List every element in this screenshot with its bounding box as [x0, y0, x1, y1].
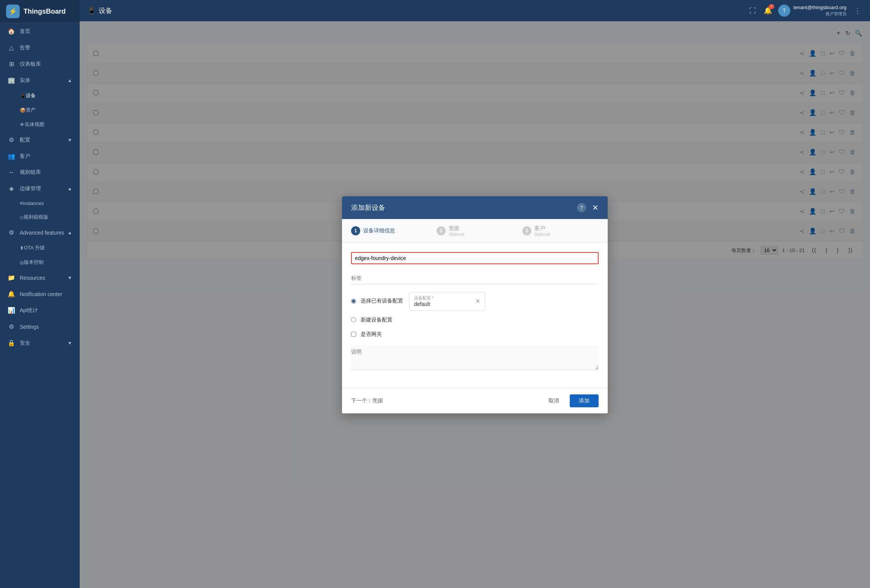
close-dialog-button[interactable]: ✕: [592, 203, 599, 212]
entity-icon: 🏢: [8, 77, 15, 84]
api-stats-icon: 📊: [8, 307, 15, 314]
devices-icon: 📱: [20, 93, 26, 99]
step-1-label: 设备详细信息: [363, 227, 395, 234]
sidebar-item-label: 配置: [20, 137, 30, 143]
sidebar-item-label: 规则链模版: [24, 214, 48, 221]
add-button[interactable]: 添加: [570, 394, 599, 407]
sidebar-item-label: 安全: [20, 340, 30, 347]
step-2-number: 2: [437, 226, 446, 235]
radio-new-input[interactable]: [351, 317, 356, 322]
user-menu[interactable]: T tenant@thingsboard.org 租户管理员: [778, 5, 846, 17]
sidebar-item-settings[interactable]: ⚙ Settings: [0, 318, 80, 335]
more-options-button[interactable]: ⋮: [853, 5, 862, 16]
sidebar-item-dashboard[interactable]: ⊞ 仪表板库: [0, 56, 80, 72]
sidebar-item-config[interactable]: ⚙ 配置 ▼: [0, 132, 80, 148]
sidebar-item-label: Api统计: [20, 307, 38, 314]
sidebar-item-devices[interactable]: 📱 设备: [0, 88, 80, 103]
device-profile-info: 设备配置 * default: [414, 295, 433, 307]
chevron-down-icon: ▼: [68, 137, 72, 143]
sidebar-item-label: Instances: [23, 200, 44, 206]
clear-profile-button[interactable]: ✕: [475, 298, 480, 305]
cancel-button[interactable]: 取消: [542, 394, 565, 407]
radio-new-label[interactable]: 新建设备配置: [361, 317, 392, 323]
page-title: 📱 设备: [87, 6, 112, 15]
sidebar-item-edge-mgmt[interactable]: ◈ 边缘管理 ▲: [0, 180, 80, 197]
next-label: 下一个：凭据: [351, 397, 383, 404]
dialog-footer-right: 取消 添加: [542, 394, 599, 407]
config-icon: ⚙: [8, 136, 15, 143]
radio-existing-label[interactable]: 选择已有设备配置: [361, 298, 403, 304]
sidebar-item-api-stats[interactable]: 📊 Api统计: [0, 302, 80, 318]
sidebar-item-label: 设备: [26, 92, 36, 99]
sidebar-item-label: 仪表板库: [20, 61, 41, 68]
sidebar-item-label: Settings: [20, 324, 39, 330]
sidebar-item-label: 告警: [20, 44, 30, 51]
radio-new: 新建设备配置: [351, 317, 599, 323]
sidebar-item-label: Advanced features: [20, 230, 64, 236]
sidebar-item-rule-chain-templates[interactable]: ◇ 规则链模版: [0, 210, 80, 224]
notification-bell[interactable]: 🔔 7: [764, 6, 772, 15]
sidebar-item-version-control[interactable]: ◎ 版本控制: [0, 255, 80, 270]
gateway-label[interactable]: 是否网关: [361, 331, 382, 338]
gateway-checkbox[interactable]: [351, 332, 356, 337]
ota-icon: ⬆: [20, 245, 24, 251]
sidebar-item-label: 实体视图: [25, 121, 44, 128]
logo-text: ThingsBoard: [24, 8, 66, 16]
dialog-footer: 下一个：凭据 取消 添加: [342, 388, 608, 413]
advanced-icon: ⚙: [8, 229, 15, 236]
device-profile-label: 设备配置 *: [414, 295, 433, 301]
sidebar-item-label: 边缘管理: [20, 185, 41, 192]
chevron-up-icon: ▲: [68, 186, 72, 191]
sidebar-item-assets[interactable]: 📦 资产: [0, 103, 80, 117]
sidebar-item-advanced-features[interactable]: ⚙ Advanced features ▲: [0, 224, 80, 241]
sidebar-item-notification[interactable]: 🔔 Notification center: [0, 286, 80, 302]
rule-chains-icon: ↔: [8, 169, 15, 176]
topbar: 📱 设备 ⛶ 🔔 7 T tenant@thingsboard.org 租户管理…: [80, 0, 870, 21]
radio-existing: 选择已有设备配置: [351, 298, 403, 304]
step-3-sublabel: Optional: [534, 232, 550, 236]
description-field: [351, 345, 599, 371]
step-1-info: 设备详细信息: [363, 227, 395, 234]
help-button[interactable]: ?: [577, 203, 586, 212]
device-name-input[interactable]: [351, 252, 599, 264]
avatar: T: [778, 5, 790, 17]
sidebar-item-entity[interactable]: 🏢 实体 ▲: [0, 72, 80, 88]
sidebar-item-ota[interactable]: ⬆ OTA 升级: [0, 241, 80, 255]
customers-icon: 👥: [8, 153, 15, 160]
sidebar-item-instances[interactable]: ≡ Instances: [0, 197, 80, 210]
description-input[interactable]: [351, 345, 599, 370]
page-icon: 📱: [87, 6, 96, 15]
sidebar-item-resources[interactable]: 📁 Resources ▼: [0, 270, 80, 286]
sidebar-item-label: OTA 升级: [24, 244, 45, 251]
main-area: 📱 设备 ⛶ 🔔 7 T tenant@thingsboard.org 租户管理…: [80, 0, 870, 588]
nav-section: 🏠 首页 △ 告警 ⊞ 仪表板库 🏢 实体 ▲ 📱 设备 📦 资产 👁 实体视图: [0, 23, 80, 351]
next-step-hint: 下一个：凭据: [351, 397, 383, 404]
gateway-option: 是否网关: [351, 331, 599, 338]
step-3-number: 3: [522, 226, 531, 235]
sidebar-item-label: Resources: [20, 275, 45, 281]
sidebar-item-label: 实体: [20, 77, 30, 84]
dialog-title: 添加新设备: [351, 203, 385, 212]
sidebar-item-customers[interactable]: 👥 客户: [0, 148, 80, 164]
notification-count: 7: [769, 4, 775, 9]
step-2: 2 凭据 Optional: [437, 225, 513, 236]
alert-icon: △: [8, 44, 15, 51]
sidebar-item-home[interactable]: 🏠 首页: [0, 23, 80, 39]
device-profile-value: default: [414, 301, 430, 307]
chevron-up-icon: ▲: [68, 230, 72, 235]
sidebar-item-label: Notification center: [20, 291, 62, 297]
sidebar-item-alerts[interactable]: △ 告警: [0, 39, 80, 56]
device-tags-input[interactable]: [351, 272, 599, 284]
radio-existing-input[interactable]: [351, 299, 356, 304]
resources-icon: 📁: [8, 274, 15, 281]
name-field: [351, 252, 599, 264]
sidebar-item-entity-view[interactable]: 👁 实体视图: [0, 117, 80, 132]
sidebar-item-rule-chains[interactable]: ↔ 规则链库: [0, 164, 80, 180]
fullscreen-button[interactable]: ⛶: [748, 5, 758, 16]
chevron-down-icon: ▼: [68, 341, 72, 346]
sidebar-item-security[interactable]: 🔒 安全 ▼: [0, 335, 80, 351]
device-profile-selector[interactable]: 设备配置 * default ✕: [409, 292, 485, 311]
step-3-label: 客户: [534, 225, 550, 232]
device-profile-field: 选择已有设备配置 设备配置 * default ✕: [351, 292, 599, 323]
username: tenant@thingsboard.org: [793, 5, 846, 11]
